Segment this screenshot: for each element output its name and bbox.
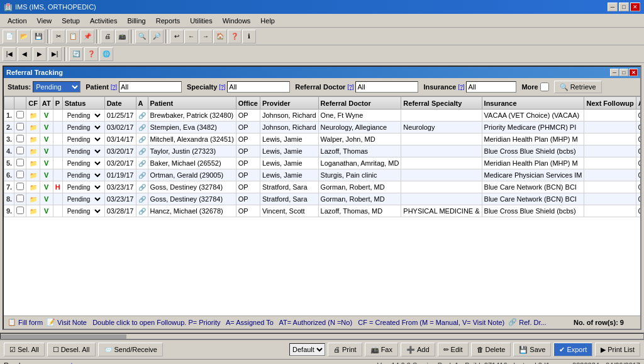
nav-start-btn[interactable]: |◀ [3, 47, 16, 61]
export-button[interactable]: ✔ Export [553, 343, 592, 356]
refresh-btn[interactable]: ↩ [170, 30, 184, 43]
close-button[interactable]: ✕ [630, 3, 640, 11]
menu-reports[interactable]: Reports [151, 16, 186, 26]
table-row[interactable]: 8. 📁 V Pending 03/23/17 🔗 Goss, Destiney… [4, 193, 641, 205]
fax-button[interactable]: 📠 Fax [365, 343, 398, 356]
filter-btn[interactable]: 🔎 [150, 30, 164, 43]
col-next-followup[interactable]: Next Followup [584, 97, 636, 110]
paste-btn[interactable]: 📌 [80, 30, 94, 43]
status-cell[interactable]: Pending [62, 157, 104, 169]
menu-billing[interactable]: Billing [122, 16, 150, 26]
cf-cell[interactable]: 📁 [26, 122, 40, 134]
row-checkbox[interactable] [14, 193, 26, 205]
cf-cell[interactable]: 📁 [26, 169, 40, 181]
home-btn[interactable]: 🏠 [213, 30, 227, 43]
a-cell[interactable]: 🔗 [136, 169, 148, 181]
at-cell[interactable]: V [40, 169, 53, 181]
referral-doctor-filter-input[interactable] [355, 81, 418, 93]
row-checkbox[interactable] [14, 169, 26, 181]
horizontal-scrollbar[interactable] [0, 333, 644, 339]
status-cell[interactable]: Pending [62, 122, 104, 134]
about-btn[interactable]: ℹ [242, 30, 256, 43]
at-cell[interactable]: V [40, 145, 53, 157]
print-tb-btn[interactable]: 🖨 [101, 30, 114, 43]
at-cell[interactable]: V [40, 205, 53, 217]
help-tb-btn[interactable]: ❓ [228, 30, 242, 43]
cf-cell[interactable]: 📁 [26, 134, 40, 145]
at-cell[interactable]: V [40, 122, 53, 134]
table-row[interactable]: 5. 📁 V Pending 03/20/17 🔗 Baker, Michael… [4, 157, 641, 169]
col-patient[interactable]: Patient [148, 97, 236, 110]
help2-btn[interactable]: ❓ [84, 47, 98, 61]
inner-close-btn[interactable]: ✕ [629, 69, 638, 76]
cf-cell[interactable]: 📁 [26, 157, 40, 169]
send-receive-button[interactable]: 📨 Send/Receive [98, 343, 164, 356]
save-tb-btn[interactable]: 💾 [31, 30, 45, 43]
status-cell[interactable]: Pending [62, 169, 104, 181]
patient-hint[interactable]: [?] [111, 84, 117, 90]
a-cell[interactable]: 🔗 [136, 110, 148, 122]
status-row-select[interactable]: Pending [65, 122, 103, 132]
a-cell[interactable]: 🔗 [136, 145, 148, 157]
sel-all-button[interactable]: ☑ Sel. All [4, 343, 45, 356]
col-status[interactable]: Status [62, 97, 104, 110]
cf-cell[interactable]: 📁 [26, 145, 40, 157]
edit-button[interactable]: ✏ Edit [438, 343, 469, 356]
menu-help[interactable]: Help [255, 16, 280, 26]
menu-windows[interactable]: Windows [218, 16, 256, 26]
refresh2-btn[interactable]: 🔄 [69, 47, 83, 61]
nav-next-btn[interactable]: ▶ [33, 47, 47, 61]
status-row-select[interactable]: Pending [65, 182, 103, 192]
open-btn[interactable]: 📂 [17, 30, 31, 43]
referral-doctor-hint[interactable]: [?] [347, 84, 353, 90]
minimize-button[interactable]: ─ [608, 3, 618, 11]
col-appt-booked[interactable]: Appt. Booked [636, 97, 640, 110]
forward-btn[interactable]: → [199, 30, 213, 43]
col-referral-doctor[interactable]: Referral Doctor [318, 97, 401, 110]
add-button[interactable]: ➕ Add [401, 343, 435, 356]
a-cell[interactable]: 🔗 [136, 157, 148, 169]
save-button[interactable]: 💾 Save [513, 343, 551, 356]
print-list-button[interactable]: ▶ Print List [595, 343, 640, 356]
a-cell[interactable]: 🔗 [136, 181, 148, 193]
visit-note-link[interactable]: 📝 Visit Note Double click to open Follow… [47, 318, 504, 326]
status-select[interactable]: Pending All Completed [33, 81, 80, 93]
at-cell[interactable]: V [40, 110, 53, 122]
at-cell[interactable]: V [40, 157, 53, 169]
delete-button[interactable]: 🗑 Delete [471, 343, 511, 356]
col-provider[interactable]: Provider [260, 97, 318, 110]
inner-maximize-btn[interactable]: □ [619, 69, 628, 76]
col-insurance[interactable]: Insurance [482, 97, 584, 110]
row-checkbox[interactable] [14, 205, 26, 217]
at-cell[interactable]: V [40, 193, 53, 205]
status-row-select[interactable]: Pending [65, 170, 103, 180]
menu-view[interactable]: View [32, 16, 57, 26]
row-checkbox[interactable] [14, 157, 26, 169]
status-row-select[interactable]: Pending [65, 206, 103, 216]
row-checkbox[interactable] [14, 110, 26, 122]
fill-form-link[interactable]: 📋 Fill form [8, 318, 43, 326]
table-row[interactable]: 9. 📁 V Pending 03/28/17 🔗 Hancz, Michael… [4, 205, 641, 217]
status-row-select[interactable]: Pending [65, 194, 103, 204]
row-checkbox[interactable] [14, 145, 26, 157]
specialty-filter-input[interactable] [227, 81, 290, 93]
col-referral-specialty[interactable]: Referral Specialty [401, 97, 482, 110]
nav-prev-btn[interactable]: ◀ [18, 47, 31, 61]
table-row[interactable]: 1. 📁 V Pending 01/25/17 🔗 Brewbaker, Pat… [4, 110, 641, 122]
fax-tb-btn[interactable]: 📠 [115, 30, 129, 43]
a-cell[interactable]: 🔗 [136, 193, 148, 205]
cf-cell[interactable]: 📁 [26, 193, 40, 205]
row-checkbox[interactable] [14, 134, 26, 145]
menu-activities[interactable]: Activities [85, 16, 122, 26]
desel-all-button[interactable]: ☐ Desel. All [47, 343, 96, 356]
insurance-filter-input[interactable] [466, 81, 516, 93]
status-cell[interactable]: Pending [62, 181, 104, 193]
table-row[interactable]: 2. 📁 V Pending 03/02/17 🔗 Stempien, Eva … [4, 122, 641, 134]
menu-action[interactable]: Action [3, 16, 32, 26]
col-at[interactable]: AT [40, 97, 53, 110]
print-button[interactable]: 🖨 Print [328, 343, 362, 356]
retrieve-button[interactable]: 🔍 Retrieve [554, 81, 602, 93]
status-cell[interactable]: Pending [62, 193, 104, 205]
col-p[interactable]: P [53, 97, 62, 110]
a-cell[interactable]: 🔗 [136, 134, 148, 145]
